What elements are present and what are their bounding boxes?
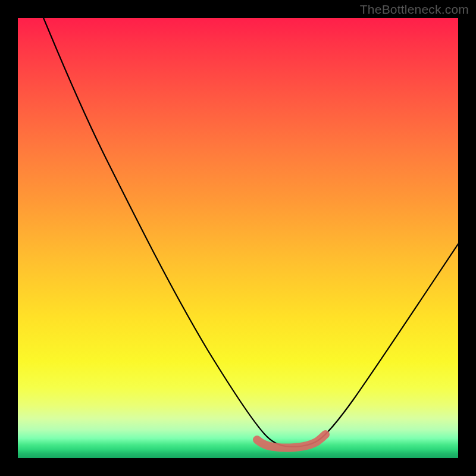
plot-area (18, 18, 458, 458)
chart-svg (18, 18, 458, 458)
bottleneck-curve (43, 18, 458, 447)
chart-frame: TheBottleneck.com (0, 0, 476, 476)
watermark-text: TheBottleneck.com (360, 2, 469, 17)
